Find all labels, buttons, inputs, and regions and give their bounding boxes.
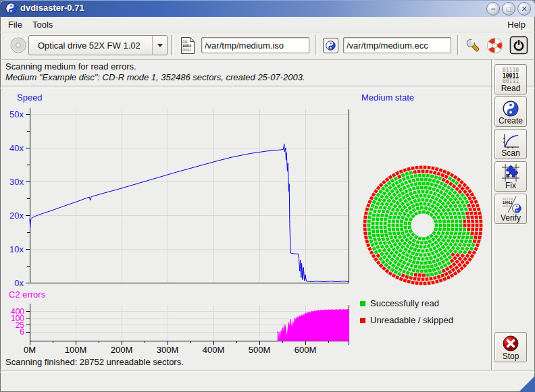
legend-item-unreadable: Unreadable / skipped [360,315,453,325]
maximize-button[interactable]: □ [502,2,515,16]
verify-icon: 01110 10011 00111 [499,195,522,214]
status-line-medium-info: Medium "Example disc": CD-R mode 1, 3524… [5,72,305,82]
menubar: File Tools Help [0,17,535,32]
ecc-path-input[interactable] [343,37,451,53]
iso-image-icon: 011 10011 00111 [180,36,196,55]
svg-text:30x: 30x [9,177,24,187]
read-binary-icon: 01110 10011 00111 [503,68,519,84]
svg-text:10x: 10x [9,244,24,254]
menu-help[interactable]: Help [505,19,528,30]
svg-text:300M: 300M [157,345,179,355]
svg-text:500M: 500M [249,345,271,355]
legend-swatch-green-icon [360,301,365,306]
stop-icon [502,335,519,352]
svg-text:00111: 00111 [182,48,191,52]
app-icon [5,3,17,14]
create-button[interactable]: Create [494,96,527,127]
svg-text:40x: 40x [9,143,24,153]
titlebar[interactable]: dvdisaster-0.71 − □ ✕ [0,0,535,17]
svg-text:400M: 400M [203,345,225,355]
app-window: dvdisaster-0.71 − □ ✕ File Tools Help Op… [0,0,535,392]
resize-grip[interactable] [519,376,535,392]
sidebar-separator [491,59,494,370]
scan-curve-icon [502,133,519,149]
drive-selector-value: Optical drive 52X FW 1.02 [29,40,152,51]
yin-yang-icon [503,101,519,117]
svg-text:50x: 50x [9,109,24,119]
stop-button[interactable]: Stop [494,332,527,362]
quit-power-icon[interactable] [509,36,528,55]
drive-selector-combobox[interactable]: Optical drive 52X FW 1.02 [28,35,168,55]
preferences-wrench-icon[interactable] [464,36,482,54]
svg-text:200M: 200M [111,345,133,355]
cd-drive-icon[interactable] [9,36,27,54]
menu-file[interactable]: File [5,19,25,30]
minimize-button[interactable]: − [486,2,500,16]
combobox-arrow-icon [152,36,167,55]
toolbar-separator [457,35,460,55]
iso-path-input[interactable] [201,37,309,53]
ecc-file-icon [322,37,339,54]
toolbar-separator [171,35,174,55]
verify-button[interactable]: 01110 10011 00111 Verify [494,194,527,224]
menu-tools[interactable]: Tools [30,19,55,30]
medium-state-disc-map [357,154,489,286]
svg-text:400: 400 [11,307,24,316]
svg-text:20x: 20x [9,211,24,221]
svg-text:600M: 600M [295,345,317,355]
fix-button[interactable]: Fix [494,161,527,192]
window-title: dvdisaster-0.71 [20,3,84,13]
legend-swatch-red-icon [360,318,365,323]
scan-button[interactable]: Scan [494,129,527,159]
svg-text:0M: 0M [24,345,36,355]
toolbar-separator [315,35,317,55]
read-button[interactable]: 01110 10011 00111 Read [494,64,527,94]
svg-text:100M: 100M [65,345,87,355]
toolbar: Optical drive 52X FW 1.02 011 10011 0011… [0,32,535,60]
status-line-action: Scanning medium for read errors. [5,61,136,72]
close-button[interactable]: ✕ [517,2,531,16]
puzzle-piece-icon [502,164,519,181]
bottombar: View log [0,372,535,392]
legend-label: Unreadable / skipped [370,315,453,325]
svg-text:0x: 0x [14,278,24,288]
help-lifesaver-icon[interactable] [486,36,504,55]
footer-status-text: Scanning finished: 28752 unreadable sect… [5,357,184,367]
legend-item-read: Successfully read [360,298,439,308]
legend-label: Successfully read [370,298,439,308]
